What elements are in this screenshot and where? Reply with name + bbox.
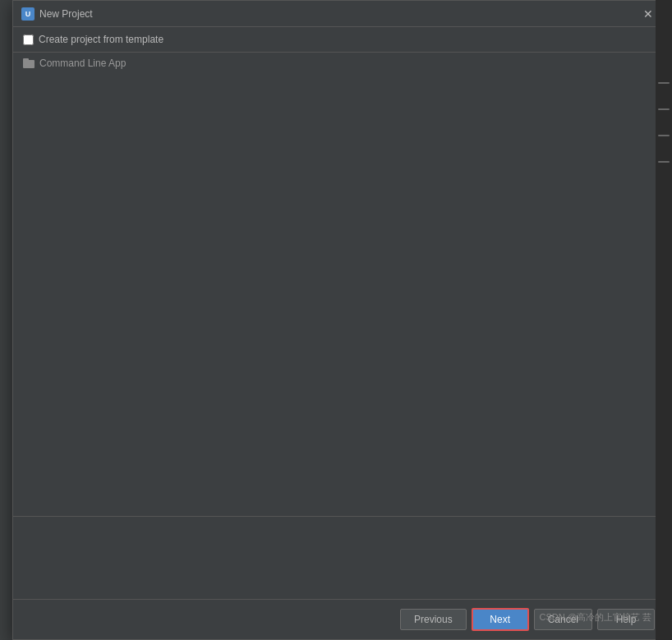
- right-panel-item: [658, 82, 670, 84]
- tree-item-command-line-app[interactable]: Command Line App: [13, 53, 665, 74]
- checkbox-row: Create project from template: [13, 27, 665, 52]
- dialog-title: New Project: [39, 8, 93, 20]
- folder-icon: [23, 58, 35, 68]
- cancel-button[interactable]: Cancel: [534, 609, 592, 630]
- footer: Previous Next Cancel Help: [13, 599, 665, 639]
- previous-button[interactable]: Previous: [400, 609, 467, 630]
- template-checkbox[interactable]: [23, 35, 34, 45]
- close-button[interactable]: ✕: [640, 6, 656, 22]
- tree-item-label: Command Line App: [39, 58, 126, 69]
- title-bar-left: U New Project: [21, 7, 93, 21]
- main-panel: [13, 74, 665, 516]
- right-panel-item: [658, 161, 670, 163]
- dialog-body: Create project from template Command Lin…: [13, 27, 665, 639]
- description-area: [13, 517, 665, 599]
- help-button[interactable]: Help: [597, 609, 655, 630]
- new-project-dialog: U New Project ✕ Create project from temp…: [12, 0, 665, 640]
- title-bar: U New Project ✕: [13, 1, 665, 27]
- right-panel: [656, 0, 672, 640]
- app-icon: U: [21, 7, 35, 21]
- right-panel-item: [658, 108, 670, 110]
- next-button[interactable]: Next: [472, 608, 529, 631]
- right-panel-item: [658, 135, 670, 136]
- template-checkbox-label[interactable]: Create project from template: [39, 34, 163, 45]
- content-area: Command Line App: [13, 52, 665, 516]
